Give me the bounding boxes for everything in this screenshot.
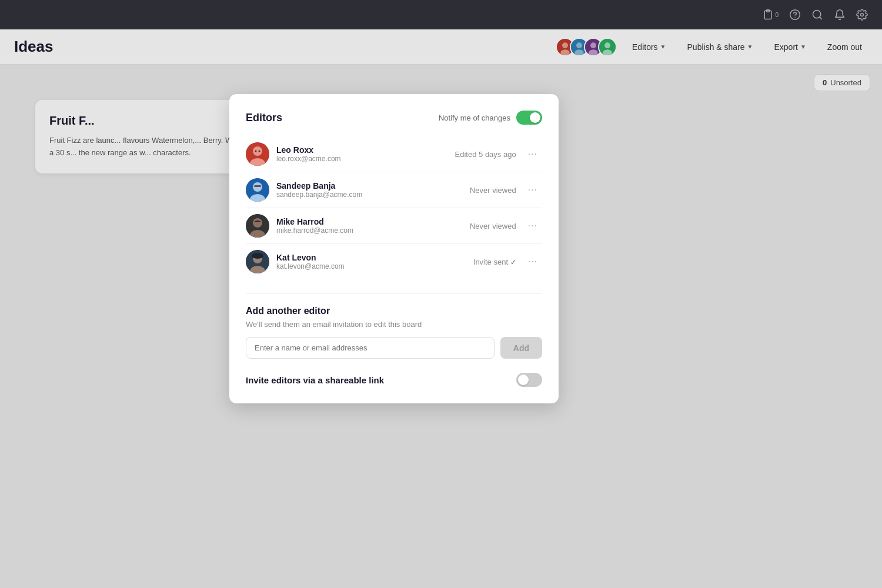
svg-line-5 [820, 17, 822, 19]
editor-status: Invite sent ✓ [473, 258, 516, 266]
editor-email: mike.harrod@acme.com [276, 226, 470, 235]
toggle-knob [518, 375, 529, 385]
svg-point-23 [259, 151, 260, 152]
editor-status: Never viewed [470, 186, 516, 195]
notify-section: Notify me of changes [439, 111, 542, 125]
add-editor-row: Add [246, 337, 542, 359]
editor-info: Leo Roxx leo.roxx@acme.com [276, 145, 455, 163]
avatar [246, 178, 269, 202]
settings-icon[interactable] [856, 9, 868, 21]
svg-point-29 [253, 218, 262, 228]
search-icon[interactable] [811, 9, 823, 21]
shareable-link-section: Invite editors via a shareable link [246, 370, 542, 387]
add-editor-description: We'll send them an email invitation to e… [246, 320, 542, 329]
svg-point-2 [790, 10, 800, 20]
editor-status: Never viewed [470, 222, 516, 230]
editor-info: Sandeep Banja sandeep.banja@acme.com [276, 181, 470, 199]
notify-label: Notify me of changes [439, 113, 510, 122]
toggle-knob [530, 112, 540, 123]
avatar [246, 142, 269, 166]
add-editor-title: Add another editor [246, 306, 542, 316]
avatar [246, 214, 269, 238]
editor-list: Leo Roxx leo.roxx@acme.com Edited 5 days… [246, 136, 542, 279]
checkmark-icon: ✓ [510, 258, 516, 266]
editor-email: leo.roxx@acme.com [276, 155, 455, 163]
avatar [246, 250, 269, 273]
editor-email: kat.levon@acme.com [276, 262, 473, 270]
panel-header: Editors Notify me of changes [246, 111, 542, 125]
editors-panel: Editors Notify me of changes [229, 94, 559, 403]
shareable-label: Invite editors via a shareable link [246, 375, 384, 385]
editor-more-button[interactable]: ··· [523, 218, 542, 233]
main-area: Ideas [0, 29, 882, 588]
panel-title: Editors [246, 112, 282, 124]
editor-more-button[interactable]: ··· [523, 254, 542, 269]
editor-row: Kat Levon kat.levon@acme.com Invite sent… [246, 244, 542, 279]
add-editor-button[interactable]: Add [500, 337, 542, 359]
editor-status: Edited 5 days ago [455, 150, 516, 159]
clipboard-icon[interactable]: 0 [762, 9, 779, 21]
notification-count: 0 [775, 12, 779, 18]
shareable-toggle[interactable] [516, 373, 542, 387]
editor-name: Sandeep Banja [276, 181, 470, 191]
svg-point-34 [252, 253, 263, 259]
top-bar: 0 [0, 0, 882, 29]
editor-row: Mike Harrod mike.harrod@acme.com Never v… [246, 208, 542, 244]
editor-info: Mike Harrod mike.harrod@acme.com [276, 217, 470, 235]
svg-point-22 [255, 151, 257, 152]
editor-info: Kat Levon kat.levon@acme.com [276, 253, 473, 270]
svg-point-20 [253, 146, 262, 156]
help-icon[interactable] [789, 9, 801, 21]
editor-row: Sandeep Banja sandeep.banja@acme.com Nev… [246, 172, 542, 208]
svg-rect-27 [254, 185, 261, 187]
svg-point-6 [861, 14, 864, 16]
editor-row: Leo Roxx leo.roxx@acme.com Edited 5 days… [246, 136, 542, 172]
add-editor-input[interactable] [246, 337, 495, 359]
bell-icon[interactable] [834, 9, 846, 21]
notify-toggle[interactable] [516, 111, 542, 125]
editor-more-button[interactable]: ··· [523, 146, 542, 162]
editor-email: sandeep.banja@acme.com [276, 191, 470, 199]
editor-name: Kat Levon [276, 253, 473, 262]
add-editor-section: Add another editor We'll send them an em… [246, 293, 542, 387]
editor-more-button[interactable]: ··· [523, 182, 542, 198]
editor-name: Leo Roxx [276, 145, 455, 155]
editor-name: Mike Harrod [276, 217, 470, 226]
